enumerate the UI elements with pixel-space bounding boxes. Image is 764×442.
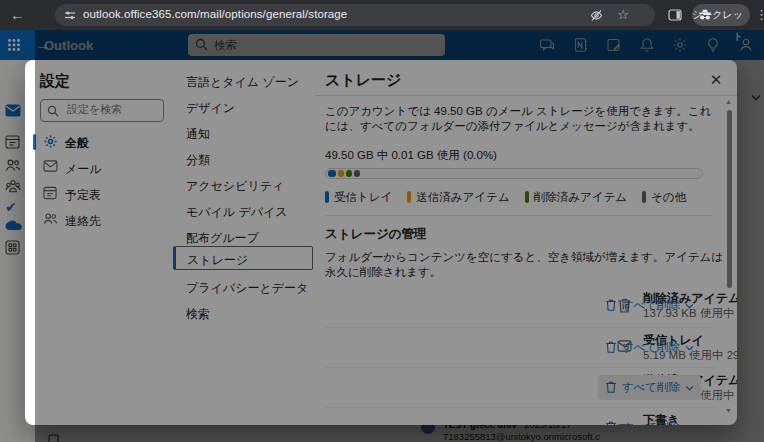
browser-address-bar[interactable]: outlook.office365.com/mail/options/gener…: [55, 4, 655, 26]
browser-forward-icon[interactable]: →: [35, 30, 764, 442]
screen: ← → ⟳ outlook.office365.com/mail/options…: [0, 0, 764, 442]
site-info-icon[interactable]: [64, 9, 76, 21]
bookmark-star-icon[interactable]: ☆: [617, 7, 629, 22]
incognito-icon: [698, 8, 712, 22]
browser-menu-icon[interactable]: ⋮: [755, 0, 764, 30]
url-text: outlook.office365.com/mail/options/gener…: [83, 8, 347, 20]
incognito-badge: シークレット: [692, 4, 750, 26]
tracking-blocked-icon[interactable]: [590, 9, 603, 22]
browser-toolbar: ← → ⟳ outlook.office365.com/mail/options…: [0, 0, 764, 30]
side-panel-icon[interactable]: [668, 8, 682, 22]
browser-back-icon[interactable]: ←: [10, 0, 25, 30]
